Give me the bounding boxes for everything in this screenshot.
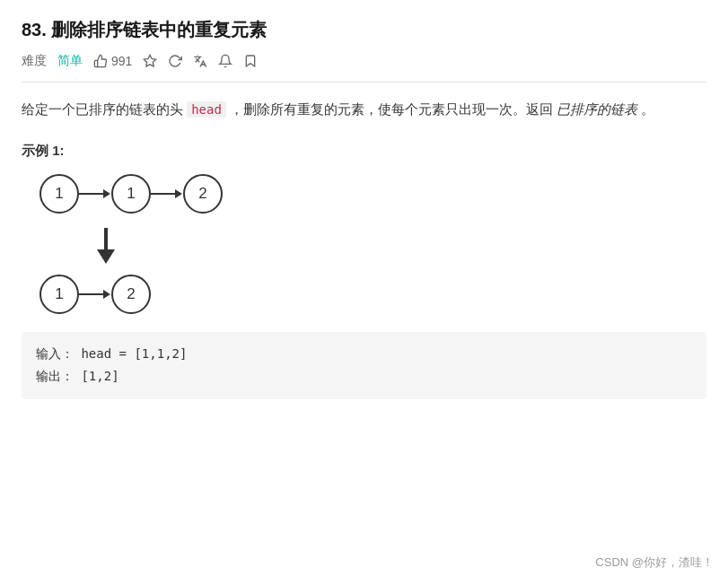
watermark: CSDN @你好，渣哇！ [595,554,714,571]
difficulty-value: 简单 [57,53,83,69]
refresh-icon [168,54,182,68]
node-2-result: 2 [111,275,151,314]
problem-title: 83. 删除排序链表中的重复元素 [22,18,706,42]
node-1a: 1 [39,174,79,214]
problem-number: 83. [22,20,47,39]
problem-description: 给定一个已排序的链表的头 head ，删除所有重复的元素，使每个元素只出现一次。… [22,97,706,121]
arrow-result [79,290,111,299]
diagram-container: 1 1 2 1 2 [22,174,706,318]
svg-marker-0 [145,55,156,66]
bell-icon [218,54,232,68]
refresh-button[interactable] [168,54,182,68]
problem-title-text: 删除排序链表中的重复元素 [51,20,267,39]
head-code: head [187,101,226,118]
desc-part1: 给定一个已排序的链表的头 [22,101,183,117]
arrow-2 [151,189,183,198]
node-1b: 1 [111,174,151,214]
input-value: head = [1,1,2] [81,346,187,361]
node-1-result: 1 [39,275,79,314]
desc-italic: 已排序的链表 [557,101,637,117]
input-label: 输入： [36,346,74,361]
down-arrow-container [93,228,118,264]
down-arrow-icon [93,228,118,264]
meta-row: 难度 简单 991 [22,53,706,83]
star-button[interactable] [143,54,157,68]
bell-button[interactable] [218,54,232,68]
code-block: 输入： head = [1,1,2] 输出： [1,2] [22,332,706,398]
before-list: 1 1 2 [39,174,223,214]
desc-part2: ，删除所有重复的元素，使每个元素只出现一次。返回 [230,101,553,117]
input-line: 输入： head = [1,1,2] [36,343,692,365]
thumbs-up-icon [93,54,108,68]
like-button[interactable]: 991 [93,54,132,68]
desc-end: 。 [641,101,654,117]
bookmark-button[interactable] [243,54,258,68]
node-2a: 2 [183,174,223,214]
like-count: 991 [111,54,132,68]
after-list: 1 2 [39,275,151,314]
output-value: [1,2] [81,369,118,383]
star-icon [143,54,157,68]
output-label: 输出： [36,369,74,383]
translate-icon [193,54,207,68]
difficulty-label: 难度 [22,53,47,69]
output-line: 输出： [1,2] [36,365,692,388]
arrow-1 [79,189,111,198]
bookmark-icon [243,54,258,68]
example-title: 示例 1: [22,143,706,160]
translate-button[interactable] [193,54,207,68]
